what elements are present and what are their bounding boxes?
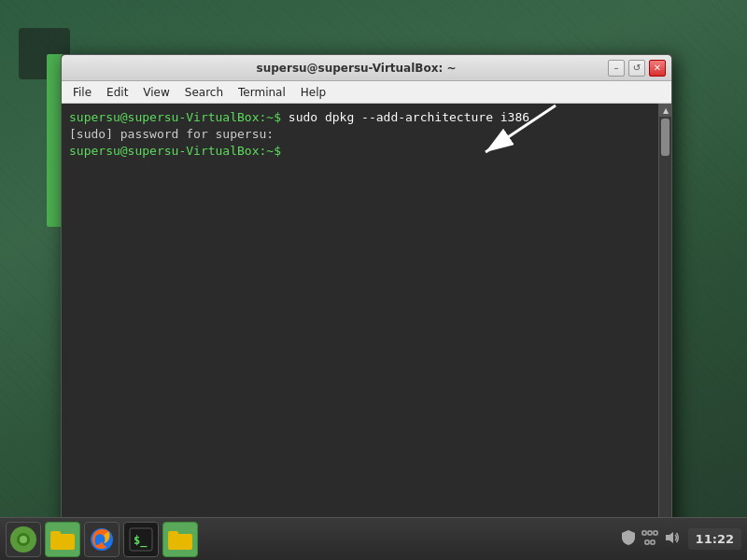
- menu-terminal[interactable]: Terminal: [231, 84, 293, 101]
- menu-search[interactable]: Search: [177, 84, 231, 101]
- nemo-folder-icon: [168, 529, 192, 550]
- window-title: supersu@supersu-VirtualBox: ~: [105, 62, 608, 75]
- svg-rect-6: [50, 531, 61, 536]
- svg-rect-11: [168, 531, 178, 536]
- scrollbar[interactable]: ▲ ▼: [658, 104, 671, 543]
- system-tray: [621, 529, 681, 549]
- window-controls: – ↺ ✕: [608, 60, 666, 77]
- taskbar: $_: [0, 517, 747, 560]
- terminal-window: supersu@supersu-VirtualBox: ~ – ↺ ✕ File…: [61, 54, 672, 544]
- svg-marker-17: [666, 532, 673, 543]
- taskbar-right: 11:22: [621, 528, 741, 550]
- firefox-button[interactable]: [84, 522, 120, 557]
- desktop: supersu@supersu-VirtualBox: ~ – ↺ ✕ File…: [0, 0, 747, 560]
- scroll-up[interactable]: ▲: [659, 104, 671, 117]
- svg-rect-13: [648, 531, 652, 535]
- terminal-content[interactable]: supersu@supersu-VirtualBox:~$ sudo dpkg …: [62, 104, 658, 543]
- restore-button[interactable]: ↺: [628, 60, 645, 77]
- svg-rect-10: [168, 534, 192, 550]
- shield-tray-icon: [621, 529, 636, 549]
- svg-point-4: [20, 536, 27, 543]
- svg-rect-5: [50, 534, 75, 550]
- network-tray-icon: [641, 530, 658, 548]
- terminal-icon: $_: [129, 527, 153, 552]
- prompt-1: supersu@supersu-VirtualBox:~$: [69, 110, 281, 124]
- svg-rect-15: [645, 540, 649, 544]
- sudo-prompt: [sudo] password for supersu:: [69, 127, 274, 141]
- menu-file[interactable]: File: [65, 84, 99, 101]
- volume-tray-icon: [664, 530, 681, 548]
- svg-line-1: [486, 105, 556, 152]
- arrow-annotation: [467, 101, 570, 166]
- title-bar: supersu@supersu-VirtualBox: ~ – ↺ ✕: [62, 55, 671, 81]
- menu-bar: File Edit View Search Terminal Help: [62, 81, 671, 104]
- menu-help[interactable]: Help: [293, 84, 333, 101]
- minimize-button[interactable]: –: [608, 60, 625, 77]
- mint-logo: [10, 526, 36, 553]
- svg-rect-14: [654, 531, 657, 535]
- scroll-track[interactable]: [659, 117, 671, 530]
- svg-rect-12: [642, 531, 646, 535]
- taskbar-left: $_: [6, 522, 198, 557]
- nemo-button[interactable]: [162, 522, 198, 557]
- clock-display: 11:22: [688, 528, 741, 550]
- scroll-thumb[interactable]: [661, 119, 669, 156]
- folder-icon: [50, 529, 75, 550]
- files-button[interactable]: [45, 522, 80, 557]
- prompt-3: supersu@supersu-VirtualBox:~$: [69, 144, 281, 158]
- terminal-body: supersu@supersu-VirtualBox:~$ sudo dpkg …: [62, 104, 671, 543]
- close-button[interactable]: ✕: [649, 60, 666, 77]
- terminal-button[interactable]: $_: [123, 522, 159, 557]
- svg-rect-16: [651, 540, 655, 544]
- svg-text:$_: $_: [134, 534, 148, 548]
- mint-menu-button[interactable]: [6, 522, 41, 557]
- menu-edit[interactable]: Edit: [99, 84, 135, 101]
- firefox-icon: [89, 526, 115, 553]
- menu-view[interactable]: View: [135, 84, 176, 101]
